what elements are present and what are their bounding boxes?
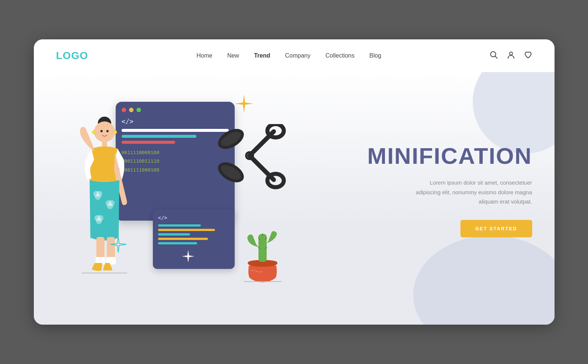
nav-collections[interactable]: Collections [325, 52, 354, 59]
svg-point-13 [100, 130, 103, 132]
plant-illustration [242, 223, 283, 284]
blob-top-right [473, 72, 555, 154]
svg-point-20 [96, 191, 102, 197]
cta-button[interactable]: GET STARTED [460, 220, 532, 237]
svg-point-12 [94, 121, 115, 142]
user-icon[interactable] [507, 51, 515, 61]
header-icons [490, 51, 532, 61]
nav-trend[interactable]: Trend [254, 52, 270, 59]
svg-point-15 [92, 130, 96, 134]
heart-icon[interactable] [524, 51, 532, 61]
nav-home[interactable]: Home [196, 52, 212, 59]
sparkle-gold-icon [235, 94, 253, 114]
main-content: </> 0011110000100 0001110011110 10011110… [34, 72, 555, 325]
svg-point-14 [106, 130, 109, 132]
code-window-small: </> [153, 209, 235, 269]
nav-blog[interactable]: Blog [369, 52, 381, 59]
svg-point-16 [113, 130, 117, 134]
right-content: MINIFICATION Lorem ipsum dolor sit amet,… [318, 144, 532, 237]
logo[interactable]: LOGO [56, 50, 88, 62]
character-illustration: G [71, 111, 138, 284]
nav-new[interactable]: New [227, 52, 239, 59]
blob-bottom-right [413, 235, 555, 325]
small-line-5 [158, 242, 197, 244]
small-line-3 [158, 233, 190, 235]
svg-point-26 [97, 215, 103, 221]
illustration: </> 0011110000100 0001110011110 10011110… [56, 83, 318, 299]
small-line-4 [158, 238, 208, 240]
small-line-1 [158, 224, 201, 227]
code-small-lines [158, 224, 229, 244]
browser-window: LOGO Home New Trend Company Collections … [34, 39, 555, 325]
search-icon[interactable] [490, 51, 498, 61]
svg-point-23 [109, 200, 115, 206]
svg-point-2 [510, 52, 513, 55]
nav-company[interactable]: Company [285, 52, 310, 59]
svg-rect-33 [258, 234, 267, 262]
main-nav: Home New Trend Company Collections Blog [196, 52, 381, 59]
small-line-2 [158, 229, 215, 231]
main-description: Lorem ipsum dolor sit amet, consectetuer… [406, 178, 532, 207]
main-title: MINIFICATION [333, 144, 532, 168]
sparkle-teal-icon [110, 236, 126, 254]
scissors-icon [212, 124, 287, 207]
header: LOGO Home New Trend Company Collections … [34, 39, 555, 72]
code-tag-small: </> [158, 215, 229, 221]
sparkle-white-icon [183, 251, 194, 263]
svg-line-1 [495, 56, 497, 58]
